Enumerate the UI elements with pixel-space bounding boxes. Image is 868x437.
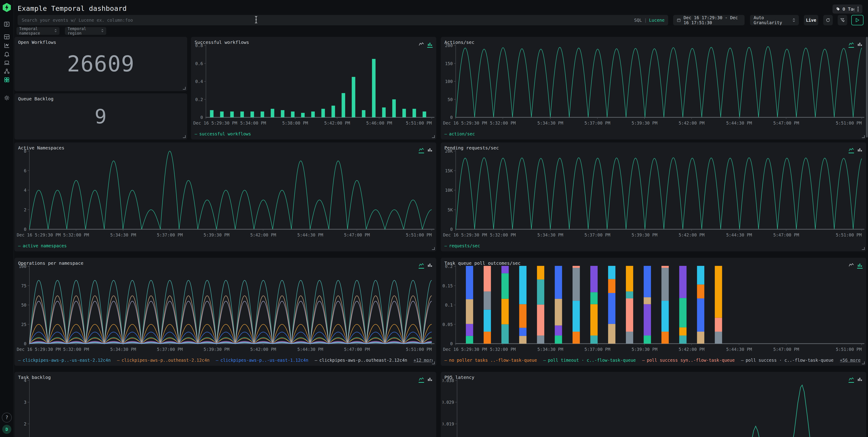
live-button[interactable]: Live — [804, 15, 818, 25]
kebab-icon — [857, 6, 859, 12]
mode-sql-label[interactable]: SQL — [634, 18, 642, 23]
svg-text:5:37:00 PM: 5:37:00 PM — [585, 347, 610, 352]
svg-text:0.15: 0.15 — [442, 283, 453, 288]
svg-text:0: 0 — [450, 227, 453, 232]
svg-text:0.6: 0.6 — [195, 61, 203, 66]
legend-item: —clickpipes-aws-p..outheast-2.12c4n — [315, 357, 407, 363]
chevron-up-down-icon — [101, 29, 103, 33]
date-range-label: Dec 16 17:29:30 - Dec 16 17:51:30 — [684, 15, 741, 25]
user-avatar[interactable]: D — [2, 425, 11, 434]
svg-text:Dec 16 5:29:30 PM: Dec 16 5:29:30 PM — [17, 232, 61, 238]
chart-legend: —requests/sec — [444, 243, 863, 248]
resize-handle[interactable] — [432, 362, 435, 364]
resize-handle[interactable] — [432, 247, 435, 250]
svg-text:0.038: 0.038 — [442, 378, 454, 383]
svg-text:5:34:30 PM: 5:34:30 PM — [537, 347, 563, 352]
svg-text:150: 150 — [445, 61, 453, 66]
svg-text:5:51:00 PM: 5:51:00 PM — [836, 232, 862, 238]
granularity-select[interactable]: Auto Granularity — [750, 15, 799, 25]
svg-text:3: 3 — [24, 400, 26, 405]
svg-text:0.4: 0.4 — [195, 79, 203, 84]
chip-label: Temporal region — [68, 27, 98, 35]
legend-item: —clickpipes-aws-p..outheast-2.12c4n — [117, 357, 209, 363]
more-menu-button[interactable] — [854, 4, 862, 13]
stat-value: 26609 — [14, 37, 187, 91]
hosts-laptop-icon[interactable] — [3, 59, 10, 66]
svg-text:Dec 16 5:29:30 PM: Dec 16 5:29:30 PM — [443, 232, 487, 238]
panel-queue-backlog: Queue Backlog 9 — [14, 93, 187, 139]
svg-text:6: 6 — [24, 168, 26, 173]
search-input[interactable] — [18, 15, 668, 25]
svg-text:5:51:00 PM: 5:51:00 PM — [406, 347, 432, 352]
resize-handle[interactable] — [862, 135, 865, 138]
task-backlog-chart: 432 — [16, 377, 434, 437]
svg-text:5:42:00 PM: 5:42:00 PM — [679, 232, 704, 238]
svg-text:0: 0 — [450, 341, 453, 346]
alerts-bell-icon[interactable] — [3, 51, 10, 57]
panel-open-workflows: Open Workflows 26609 — [14, 37, 187, 91]
query-mode-toggle[interactable]: SQL | Lucene — [634, 15, 664, 25]
svg-text:5:47:00 PM: 5:47:00 PM — [344, 347, 370, 352]
analytics-nav-icon[interactable] — [3, 42, 10, 49]
svg-text:5:51:00 PM: 5:51:00 PM — [836, 121, 862, 125]
svg-text:5:34:30 PM: 5:34:30 PM — [110, 347, 136, 352]
chevron-up-down-icon — [793, 18, 795, 22]
page-title: Example Temporal dashboard — [18, 4, 127, 12]
svg-text:0.029: 0.029 — [442, 400, 454, 405]
filter-chip-temporal-namespace[interactable]: Temporal namespace — [17, 27, 59, 35]
svg-text:5:51:00 PM: 5:51:00 PM — [406, 232, 432, 238]
filter-edit-icon — [840, 18, 845, 22]
svg-text:50: 50 — [21, 303, 26, 308]
legend-more-link[interactable]: +12 more — [414, 357, 433, 363]
svg-text:5:38:00 PM: 5:38:00 PM — [282, 121, 308, 125]
svg-text:0: 0 — [450, 115, 453, 120]
resize-handle[interactable] — [862, 247, 865, 250]
chart-legend: —active namespaces — [18, 243, 433, 248]
tables-nav-icon[interactable] — [3, 33, 10, 40]
svg-text:5:34:00 PM: 5:34:00 PM — [240, 121, 266, 125]
p95-latency-chart: 0.0380.0290.019 — [442, 377, 864, 437]
svg-text:5:44:30 PM: 5:44:30 PM — [726, 347, 752, 352]
svg-text:5:39:30 PM: 5:39:30 PM — [631, 347, 657, 352]
svg-text:Dec 16 5:29:30 PM: Dec 16 5:29:30 PM — [443, 121, 487, 125]
resize-handle[interactable] — [862, 362, 865, 364]
resize-handle[interactable] — [432, 135, 435, 138]
run-query-button[interactable] — [851, 15, 864, 25]
legend-item: —requests/sec — [444, 243, 480, 248]
svg-text:0.05: 0.05 — [442, 322, 453, 327]
filter-button[interactable] — [838, 15, 847, 25]
dashboards-nav-icon[interactable] — [3, 76, 10, 83]
svg-text:5:47:00 PM: 5:47:00 PM — [773, 347, 799, 352]
legend-item: —action/sec — [444, 131, 475, 136]
app-logo-icon[interactable] — [2, 3, 11, 12]
svg-text:5:44:30 PM: 5:44:30 PM — [297, 347, 323, 352]
svg-text:0: 0 — [24, 227, 26, 232]
help-button[interactable]: ? — [2, 413, 12, 423]
svg-text:5:32:00 PM: 5:32:00 PM — [490, 232, 516, 238]
date-range-picker[interactable]: Dec 16 17:29:30 - Dec 16 17:51:30 — [673, 15, 745, 25]
svg-text:Dec 16 5:29:30 PM: Dec 16 5:29:30 PM — [443, 347, 487, 352]
legend-item: —successful workflows — [195, 131, 251, 136]
vertical-scrollbar[interactable] — [866, 37, 868, 137]
svg-text:5:42:00 PM: 5:42:00 PM — [250, 347, 276, 352]
mode-lucene-label[interactable]: Lucene — [649, 18, 664, 23]
settings-gear-icon[interactable] — [3, 94, 10, 101]
actions-sec-chart: 050100150200Dec 16 5:29:30 PM5:32:00 PM5… — [442, 42, 864, 127]
filter-chip-temporal-region[interactable]: Temporal region — [65, 27, 106, 35]
svg-text:5K: 5K — [447, 207, 453, 212]
svg-text:0: 0 — [24, 341, 26, 346]
svg-text:100: 100 — [19, 264, 26, 269]
resize-handle[interactable] — [183, 87, 186, 90]
panel-task-queue-poll-outcomes: Task queue poll outcomes/sec 00.050.10.1… — [441, 258, 866, 366]
chart-legend: —successful workflows — [195, 131, 433, 136]
svg-text:5:46:00 PM: 5:46:00 PM — [366, 121, 392, 125]
collapse-sidebar-icon[interactable] — [3, 21, 10, 28]
legend-more-link[interactable]: +56 more — [840, 357, 861, 363]
topology-nodes-icon[interactable] — [3, 68, 10, 74]
legend-item: —active namespaces — [18, 243, 67, 248]
refresh-button[interactable] — [823, 15, 833, 25]
pending-requests-chart: 05K10K15K20KDec 16 5:29:30 PM5:32:00 PM5… — [442, 148, 864, 239]
svg-text:5:37:00 PM: 5:37:00 PM — [585, 232, 610, 238]
resize-handle[interactable] — [183, 135, 186, 138]
svg-text:5:32:00 PM: 5:32:00 PM — [490, 121, 516, 125]
